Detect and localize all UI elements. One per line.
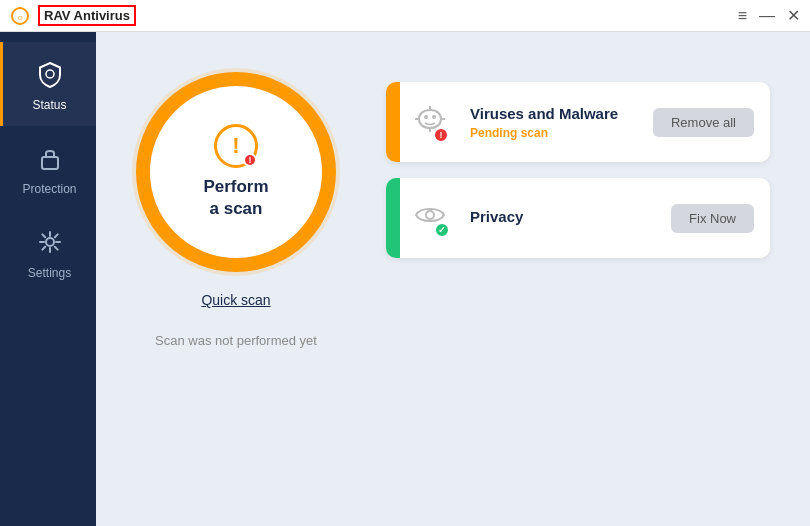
svg-point-6	[432, 115, 436, 119]
privacy-card-title: Privacy	[470, 208, 645, 225]
lock-icon	[37, 144, 63, 176]
viruses-card-title: Viruses and Malware	[470, 105, 627, 122]
cards-panel: Viruses and Malware Pending scan Remove …	[386, 82, 770, 258]
privacy-card-action: Fix Now	[655, 192, 770, 245]
main-content: Perform a scan Quick scan Scan was not p…	[96, 32, 810, 526]
privacy-card-body: Privacy	[460, 196, 655, 241]
privacy-card: Privacy Fix Now	[386, 178, 770, 258]
sidebar-item-status[interactable]: Status	[0, 42, 96, 126]
sidebar-label-settings: Settings	[28, 266, 71, 280]
fix-now-button[interactable]: Fix Now	[671, 204, 754, 233]
scan-exclaim-dot	[243, 153, 257, 167]
scan-alert-icon	[214, 124, 258, 168]
svg-point-2	[46, 70, 54, 78]
viruses-icon-area	[400, 94, 460, 151]
scan-circle-inner: Perform a scan	[203, 124, 268, 220]
viruses-card: Viruses and Malware Pending scan Remove …	[386, 82, 770, 162]
sidebar-label-protection: Protection	[22, 182, 76, 196]
sidebar-item-settings[interactable]: Settings	[0, 210, 96, 294]
privacy-card-accent	[386, 178, 400, 258]
privacy-icon	[412, 201, 448, 236]
svg-text:○: ○	[17, 12, 23, 23]
sidebar-label-status: Status	[32, 98, 66, 112]
virus-icon	[413, 104, 447, 141]
privacy-icon-area	[400, 191, 460, 246]
app-title: RAV Antivirus	[38, 5, 136, 26]
title-bar-controls: ≡ — ✕	[738, 8, 800, 24]
menu-button[interactable]: ≡	[738, 8, 747, 24]
title-bar: ○ RAV Antivirus ≡ — ✕	[0, 0, 810, 32]
close-button[interactable]: ✕	[787, 8, 800, 24]
viruses-card-accent	[386, 82, 400, 162]
app-body: Status Protection Settings	[0, 32, 810, 526]
sidebar-item-protection[interactable]: Protection	[0, 126, 96, 210]
viruses-card-action: Remove all	[637, 96, 770, 149]
scan-status-text: Scan was not performed yet	[155, 333, 317, 348]
shield-icon	[36, 60, 64, 92]
rav-logo-icon: ○	[10, 6, 30, 26]
svg-point-4	[46, 238, 54, 246]
virus-warning-dot	[433, 127, 449, 143]
viruses-card-subtitle: Pending scan	[470, 126, 627, 140]
privacy-check-dot	[434, 222, 450, 238]
gear-icon	[36, 228, 64, 260]
svg-point-5	[424, 115, 428, 119]
sidebar: Status Protection Settings	[0, 32, 96, 526]
remove-all-button[interactable]: Remove all	[653, 108, 754, 137]
scan-panel: Perform a scan Quick scan Scan was not p…	[136, 72, 336, 348]
svg-rect-3	[42, 157, 58, 169]
title-bar-left: ○ RAV Antivirus	[10, 5, 136, 26]
minimize-button[interactable]: —	[759, 8, 775, 24]
quick-scan-link[interactable]: Quick scan	[201, 292, 270, 308]
svg-point-11	[426, 211, 434, 219]
scan-text: Perform a scan	[203, 176, 268, 220]
scan-circle[interactable]: Perform a scan	[136, 72, 336, 272]
viruses-card-body: Viruses and Malware Pending scan	[460, 93, 637, 152]
